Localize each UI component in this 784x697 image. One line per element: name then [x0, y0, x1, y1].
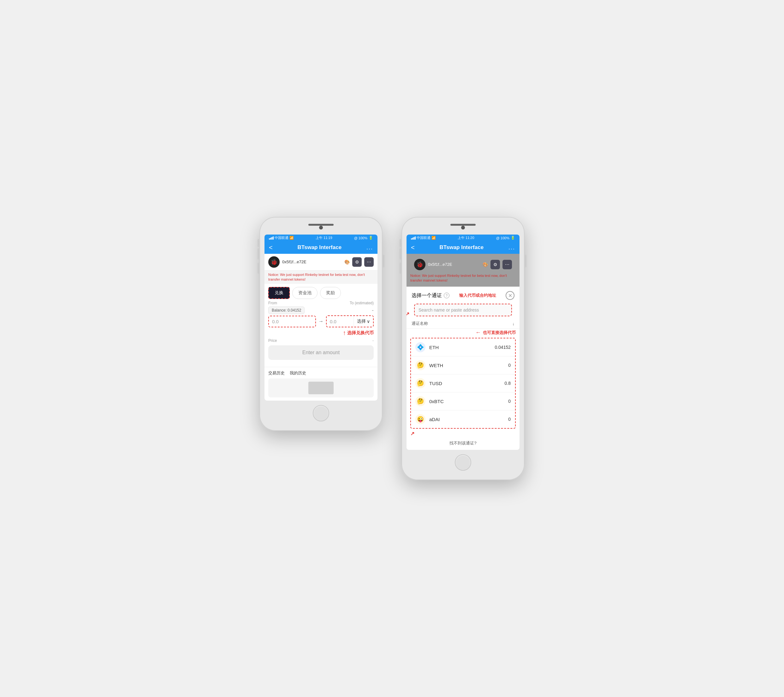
right-settings-button[interactable]: ⚙ [491, 260, 500, 269]
left-account-icon: 🐞 [268, 256, 280, 268]
history-tab-all[interactable]: 交易历史 [268, 370, 285, 376]
token-item-weth[interactable]: 🤔 WETH 0 [411, 356, 515, 374]
signal-bars [269, 236, 273, 240]
balance-box: Balance: 0.04152 [268, 306, 305, 314]
eth-icon: 💠 [415, 342, 425, 352]
signal-bar-2 [270, 238, 271, 240]
0xbtc-name: 0xBTC [429, 399, 508, 404]
right-nav-title: BTswap Interface [440, 244, 484, 250]
enter-amount-button[interactable]: Enter an amount [268, 345, 374, 360]
eth-balance: 0.04152 [494, 345, 511, 350]
left-status-bar: 中国联通 📶 上午 11:19 @ 100% 🔋 [265, 234, 377, 242]
right-signal-bar-2 [412, 238, 413, 240]
left-history-content [268, 379, 374, 397]
right-vol-down-button[interactable] [400, 263, 401, 274]
more-button[interactable]: ⋯ [364, 257, 374, 267]
price-value: - [372, 338, 374, 343]
tab-swap[interactable]: 兑换 [268, 287, 290, 299]
token-item-0xbtc[interactable]: 🤔 0xBTC 0 [411, 392, 515, 410]
right-back-button[interactable]: < [411, 244, 415, 251]
to-token-selector[interactable]: 选择 ∨ [354, 316, 373, 327]
right-screen: 中国联通 📶 上午 11:20 @ 100% 🔋 < BTswap Interf… [407, 234, 519, 450]
price-label: Price [268, 338, 277, 343]
right-more-btn[interactable]: ⋯ [502, 260, 512, 269]
left-carrier: 中国联通 [275, 236, 288, 240]
right-signal-bar-1 [411, 238, 412, 240]
0xbtc-balance: 0 [508, 399, 511, 404]
right-status-bar: 中国联通 📶 上午 11:20 @ 100% 🔋 [407, 234, 519, 242]
right-mute-button[interactable] [400, 239, 401, 247]
right-account-bar: 🐞 0x5f1f...e72E 🎨 ⚙ ⋯ [410, 256, 516, 273]
left-account-emoji: 🐞 [270, 259, 277, 265]
footer-link[interactable]: 找不到该通证? [407, 437, 519, 450]
right-status-left: 中国联通 📶 [411, 236, 436, 240]
left-more-button[interactable]: ... [366, 244, 373, 251]
right-signal-bars [411, 236, 416, 240]
right-multicolor-icon: 🎨 [483, 262, 488, 267]
left-multicolor-icon: 🎨 [344, 259, 350, 265]
right-power-button[interactable] [525, 255, 527, 267]
settings-button[interactable]: ⚙ [352, 257, 362, 267]
right-annotation-select-row: ← 也可直接选择代币 [407, 329, 519, 336]
left-phone: 中国联通 📶 上午 11:19 @ 100% 🔋 < BTswap Interf… [259, 217, 382, 431]
left-time: 上午 11:19 [316, 236, 332, 240]
mute-button[interactable] [257, 239, 259, 247]
to-amount-value: 0.0 [327, 316, 354, 327]
search-container: Search name or paste address ↗ [410, 304, 516, 316]
token-list-header: 通证名称 ↓ [407, 319, 519, 329]
tusd-icon: 🤔 [415, 378, 425, 388]
right-more-button[interactable]: ... [509, 244, 515, 251]
signal-bar-4 [273, 236, 273, 240]
left-arrow-search: ↗ [407, 311, 409, 317]
left-nav-bar: < BTswap Interface ... [265, 242, 377, 254]
modal-close-button[interactable]: ✕ [506, 291, 514, 300]
sort-icon[interactable]: ↓ [512, 321, 515, 326]
search-input[interactable]: Search name or paste address [414, 304, 512, 316]
tab-pool[interactable]: 资金池 [292, 287, 318, 299]
left-swap-section: From To (estimated) Balance: 0.04152 - E… [265, 301, 377, 367]
adai-icon: 😜 [415, 414, 425, 424]
left-history-section: 交易历史 我的历史 [265, 367, 377, 400]
eth-name: ETH [429, 345, 494, 350]
token-item-eth[interactable]: 💠 ETH 0.04152 [411, 338, 515, 356]
to-input-group: 0.0 选择 ∨ [326, 315, 374, 327]
from-amount-input[interactable] [269, 316, 316, 327]
left-status-left: 中国联通 📶 [269, 236, 294, 240]
adai-balance: 0 [508, 417, 511, 422]
tab-reward[interactable]: 奖励 [320, 287, 341, 299]
right-battery-text: @ 100% [496, 236, 509, 240]
balance-row: Balance: 0.04152 - [268, 306, 374, 314]
phone-camera [319, 226, 323, 229]
help-icon[interactable]: ? [444, 293, 450, 298]
vol-up-button[interactable] [257, 249, 259, 259]
left-annotation-text: 选择兑换代币 [347, 330, 374, 336]
right-annotation-search: 输入代币或合约地址 [459, 293, 496, 298]
right-battery-icon: 🔋 [511, 236, 515, 240]
left-arrow-annotation: ↑ [343, 329, 346, 336]
bottom-arrow-row: ↗ [407, 430, 519, 437]
left-back-button[interactable]: < [269, 244, 273, 251]
left-tab-bar: 兑换 资金池 奖励 [265, 284, 377, 301]
right-carrier: 中国联通 [417, 236, 430, 240]
right-time: 上午 11:20 [458, 236, 474, 240]
history-tab-mine[interactable]: 我的历史 [290, 370, 306, 376]
right-vol-up-button[interactable] [400, 249, 401, 259]
list-header-label: 通证名称 [412, 321, 428, 326]
left-nav-title: BTswap Interface [298, 244, 342, 250]
adai-name: aDAI [429, 417, 508, 422]
history-placeholder [308, 382, 334, 394]
tusd-balance: 0.8 [505, 381, 511, 386]
swap-input-row: ETH ∨ → 0.0 选择 ∨ [268, 315, 374, 327]
vol-down-button[interactable] [257, 263, 259, 274]
left-notice: Notice: We just support Rinkeby testnet … [265, 270, 377, 284]
signal-bar-3 [272, 237, 272, 240]
right-status-right: @ 100% 🔋 [496, 236, 515, 240]
right-phone: 中国联通 📶 上午 11:20 @ 100% 🔋 < BTswap Interf… [402, 217, 525, 480]
right-home-button[interactable] [455, 454, 471, 471]
token-item-adai[interactable]: 😜 aDAI 0 [411, 410, 515, 428]
battery-text: @ 100% [354, 236, 367, 240]
power-button[interactable] [383, 255, 384, 267]
token-item-tusd[interactable]: 🤔 TUSD 0.8 [411, 374, 515, 392]
token-list: 💠 ETH 0.04152 🤔 WETH 0 🤔 TUSD 0.8 [410, 338, 516, 429]
left-home-button[interactable] [313, 405, 329, 422]
